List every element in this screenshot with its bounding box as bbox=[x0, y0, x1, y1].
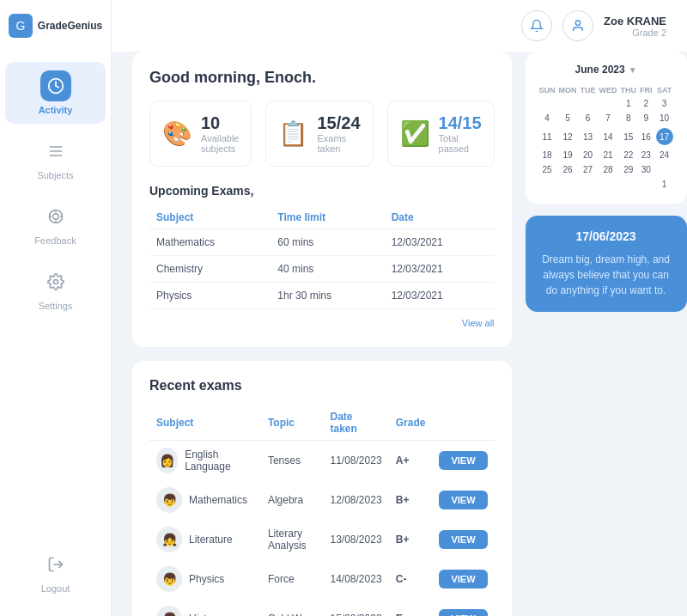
sidebar-item-activity[interactable]: Activity bbox=[5, 62, 105, 124]
subjects-emoji: 🎨 bbox=[162, 119, 192, 148]
recent-topic: Tenses bbox=[261, 441, 324, 481]
calendar-day[interactable]: 10 bbox=[654, 111, 675, 125]
recent-grade: B+ bbox=[389, 480, 433, 520]
greeting-title: Good morning, Enoch. bbox=[149, 69, 495, 87]
calendar-day[interactable]: 18 bbox=[538, 148, 557, 162]
calendar-day-header: FRI bbox=[638, 84, 654, 96]
stat-total-passed: ✅ 14/15 Total passed bbox=[387, 101, 495, 167]
sidebar: G GradeGenius Activity Subjects Feedback bbox=[0, 0, 112, 616]
subject-avatar: 👩 bbox=[156, 606, 182, 616]
subject-avatar: 👩 bbox=[156, 448, 178, 473]
calendar-day[interactable]: 25 bbox=[538, 162, 557, 177]
calendar-day[interactable]: 16 bbox=[638, 125, 654, 148]
calendar-day[interactable]: 11 bbox=[538, 125, 557, 148]
sidebar-logout-label: Logout bbox=[41, 583, 70, 594]
recent-action: VIEW bbox=[432, 520, 494, 559]
calendar-day[interactable]: 12 bbox=[557, 125, 579, 148]
calendar-day[interactable]: 29 bbox=[619, 162, 639, 177]
upcoming-col-timelimit: Time limit bbox=[271, 206, 384, 229]
recent-action: VIEW bbox=[432, 599, 494, 616]
calendar-day[interactable]: 28 bbox=[598, 162, 619, 177]
upcoming-col-subject: Subject bbox=[149, 206, 271, 229]
calendar-day[interactable]: 30 bbox=[638, 162, 654, 177]
calendar-day[interactable]: 20 bbox=[579, 148, 598, 162]
exams-emoji: 📋 bbox=[278, 119, 308, 148]
subject-avatar: 👧 bbox=[156, 527, 182, 552]
view-all-link[interactable]: View all bbox=[462, 318, 495, 328]
logo: G GradeGenius bbox=[0, 14, 111, 38]
calendar-day[interactable]: 6 bbox=[579, 111, 598, 125]
calendar-day[interactable]: 8 bbox=[619, 111, 639, 125]
calendar-day[interactable]: 9 bbox=[638, 111, 654, 125]
table-row: 👦 Physics Force 14/08/2023 C- VIEW bbox=[149, 559, 495, 599]
recent-grade: A+ bbox=[389, 441, 433, 481]
motivation-card: 17/06/2023 Dream big, dream high, and al… bbox=[526, 216, 687, 312]
stat-info-passed: 14/15 Total passed bbox=[439, 113, 482, 154]
calendar-day bbox=[619, 177, 639, 192]
right-panel: June 2023 ▼ SUNMONTUEWEDTHUFRISAT 123456… bbox=[526, 52, 687, 616]
view-button[interactable]: VIEW bbox=[439, 609, 487, 616]
table-row: 👩 History Cold War 15/08/2023 E VIEW bbox=[149, 599, 495, 616]
calendar-day[interactable]: 19 bbox=[557, 148, 579, 162]
calendar-day[interactable]: 5 bbox=[557, 111, 579, 125]
table-row: Chemistry 40 mins 12/03/2021 bbox=[149, 256, 495, 283]
upcoming-date: 12/03/2021 bbox=[385, 229, 495, 256]
sidebar-item-feedback[interactable]: Feedback bbox=[5, 192, 105, 254]
view-button[interactable]: VIEW bbox=[439, 530, 487, 549]
recent-exams-card: Recent exams Subject Topic Date taken Gr… bbox=[132, 361, 512, 616]
sidebar-item-settings[interactable]: Settings bbox=[5, 258, 105, 320]
motivation-date: 17/06/2023 bbox=[539, 229, 673, 243]
calendar-day[interactable]: 24 bbox=[654, 148, 675, 162]
upcoming-subject: Physics bbox=[149, 283, 271, 309]
user-name: Zoe KRANE bbox=[604, 15, 666, 27]
sidebar-activity-label: Activity bbox=[39, 105, 73, 115]
recent-col-topic: Topic bbox=[261, 406, 324, 441]
recent-title: Recent exams bbox=[149, 378, 495, 393]
calendar-day[interactable]: 3 bbox=[654, 96, 675, 111]
view-button[interactable]: VIEW bbox=[439, 451, 487, 470]
calendar-day[interactable]: 23 bbox=[638, 148, 654, 162]
calendar-day[interactable]: 1 bbox=[654, 177, 675, 192]
table-row: 👧 Literature Literary Analysis 13/08/202… bbox=[149, 520, 495, 559]
sidebar-subjects-label: Subjects bbox=[37, 170, 73, 180]
svg-point-7 bbox=[53, 280, 58, 284]
calendar-day[interactable]: 17 bbox=[654, 125, 675, 148]
recent-topic: Algebra bbox=[261, 480, 324, 520]
table-row: 👩 English Language Tenses 11/08/2023 A+ … bbox=[149, 441, 495, 481]
logout-icon bbox=[40, 549, 71, 580]
calendar-day[interactable]: 26 bbox=[557, 162, 579, 177]
calendar-chevron-icon[interactable]: ▼ bbox=[629, 65, 637, 75]
recent-date: 11/08/2023 bbox=[324, 441, 389, 481]
calendar-day[interactable]: 21 bbox=[598, 148, 619, 162]
stat-available-subjects: 🎨 10 Available subjects bbox=[149, 101, 252, 167]
sidebar-nav: Activity Subjects Feedback Settings bbox=[0, 62, 111, 540]
view-button[interactable]: VIEW bbox=[439, 491, 487, 509]
sidebar-item-subjects[interactable]: Subjects bbox=[5, 127, 105, 189]
calendar-day[interactable]: 2 bbox=[638, 96, 654, 111]
calendar-day[interactable]: 14 bbox=[598, 125, 619, 148]
sidebar-feedback-label: Feedback bbox=[34, 235, 76, 246]
subjects-icon bbox=[40, 136, 71, 167]
user-avatar[interactable] bbox=[562, 10, 593, 41]
calendar-day[interactable]: 13 bbox=[579, 125, 598, 148]
header-user-info: Zoe KRANE Grade 2 bbox=[604, 15, 666, 38]
calendar-day[interactable]: 1 bbox=[619, 96, 639, 111]
recent-col-date: Date taken bbox=[324, 406, 389, 441]
recent-subject-cell: 👦 Physics bbox=[149, 559, 261, 599]
view-button[interactable]: VIEW bbox=[439, 570, 487, 589]
calendar-day[interactable]: 15 bbox=[619, 125, 639, 148]
svg-point-1 bbox=[52, 214, 58, 220]
calendar-day[interactable]: 7 bbox=[598, 111, 619, 125]
stat-info-exams: 15/24 Exams taken bbox=[317, 113, 360, 154]
calendar-day[interactable]: 27 bbox=[579, 162, 598, 177]
recent-date: 14/08/2023 bbox=[324, 559, 389, 599]
recent-topic: Force bbox=[261, 559, 324, 599]
sidebar-item-logout[interactable]: Logout bbox=[5, 540, 105, 602]
passed-count: 14/15 bbox=[439, 113, 482, 133]
left-panel: Good morning, Enoch. 🎨 10 Available subj… bbox=[132, 52, 512, 616]
calendar-day[interactable]: 22 bbox=[619, 148, 639, 162]
calendar-day[interactable]: 4 bbox=[538, 111, 557, 125]
sidebar-settings-label: Settings bbox=[39, 301, 73, 311]
notification-bell[interactable] bbox=[521, 10, 552, 41]
recent-topic: Literary Analysis bbox=[261, 520, 324, 559]
